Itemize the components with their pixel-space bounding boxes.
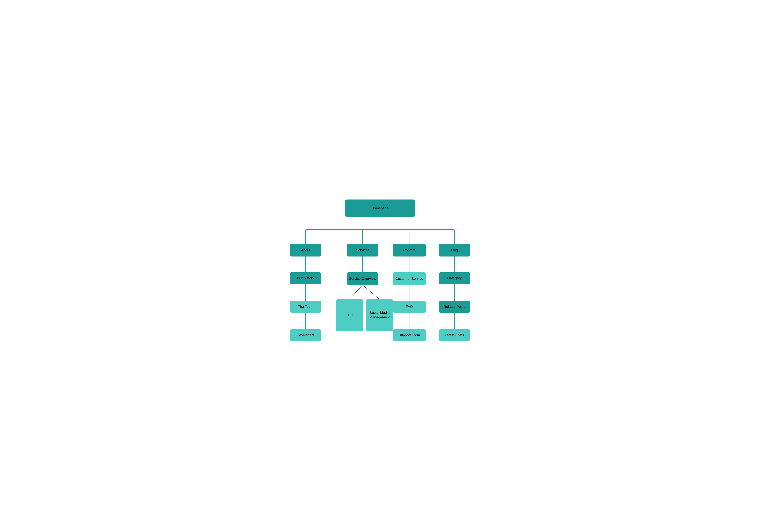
node-supportform: Support Form [393, 329, 426, 341]
developers-label: Developers [297, 333, 314, 338]
node-ourhistory: Our history [290, 272, 321, 284]
node-blog: Blog [439, 244, 470, 257]
faq-label: FAQ [406, 305, 413, 309]
node-latestposts: Latest Posts [439, 329, 470, 341]
node-serviceoverview: Service Overview [347, 272, 378, 285]
sitemap-chart: Homepage About Services Contact Blog Our… [285, 195, 475, 337]
node-contact: Contact [393, 244, 426, 257]
customerservice-label: Customer Service [396, 276, 423, 281]
contact-label: Contact [403, 248, 415, 253]
serviceoverview-label: Service Overview [349, 276, 376, 281]
node-about: About [290, 244, 321, 257]
svg-line-11 [362, 285, 380, 299]
blog-label: Blog [451, 248, 458, 253]
node-faq: FAQ [393, 301, 426, 313]
node-seo: SEO [336, 299, 363, 331]
ourhistory-label: Our history [297, 276, 314, 281]
about-label: About [301, 248, 310, 253]
socialmedia-label: Social Media Management [366, 311, 394, 319]
node-services: Services [347, 244, 378, 257]
node-developers: Developers [290, 329, 321, 341]
supportform-label: Support Form [399, 333, 420, 338]
node-socialmedia: Social Media Management [366, 299, 394, 331]
node-customerservice: Customer Service [393, 272, 426, 285]
theteam-label: The Team [298, 305, 313, 309]
node-relatedposts: Related Posts [439, 301, 470, 313]
services-label: Services [356, 248, 369, 253]
seo-label: SEO [346, 313, 353, 317]
relatedposts-label: Related Posts [444, 305, 465, 309]
svg-line-10 [350, 285, 362, 299]
homepage-label: Homepage [371, 206, 389, 211]
latestposts-label: Latest Posts [445, 333, 464, 338]
node-gategory: Gategory [439, 272, 470, 284]
node-theteam: The Team [290, 301, 321, 313]
gategory-label: Gategory [447, 276, 462, 281]
node-homepage: Homepage [345, 200, 415, 217]
